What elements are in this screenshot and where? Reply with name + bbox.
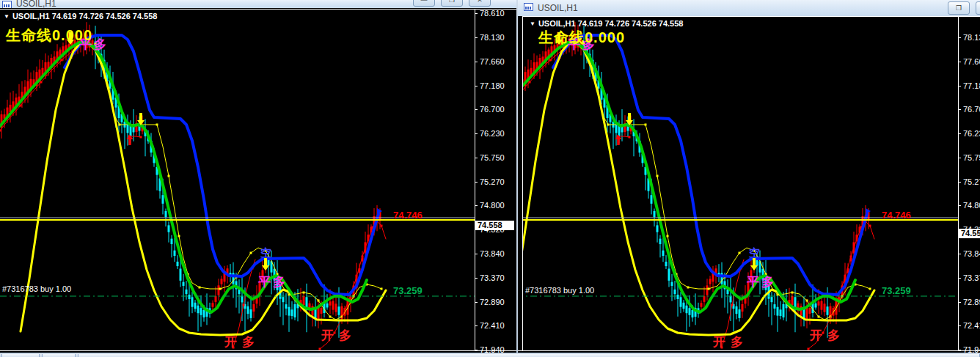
minimized-window-edge[interactable] bbox=[78, 354, 980, 357]
svg-text:73.259: 73.259 bbox=[882, 285, 911, 296]
axis-price-label: 75.750 bbox=[480, 153, 505, 162]
close-button[interactable]: ✕ bbox=[469, 0, 491, 7]
plot-border-top bbox=[0, 9, 516, 10]
axis-price-label: 73.370 bbox=[963, 273, 980, 282]
axis-price-label: 75.270 bbox=[963, 177, 980, 186]
axis-tick bbox=[958, 133, 961, 134]
axis-price-label: 72.410 bbox=[963, 321, 980, 330]
ohlc-info-line: ▼USOIL,H1 74.619 74.726 74.526 74.558 bbox=[530, 19, 683, 28]
axis-price-label: 76.230 bbox=[963, 129, 980, 138]
candlestick-chart-left[interactable]: 平多空平多开多开多74.74673.259 bbox=[0, 9, 475, 350]
candlestick-chart-right[interactable]: 平多空平多开多开多74.74673.259 bbox=[522, 16, 958, 350]
axis-price-label: 72.890 bbox=[480, 298, 505, 306]
current-price-box: 74.558 bbox=[959, 229, 980, 238]
window-title: USOIL,H1 bbox=[538, 3, 578, 13]
axis-price-label: 74.800 bbox=[480, 201, 505, 210]
axis-tick bbox=[475, 133, 478, 134]
chart-window-icon bbox=[524, 3, 533, 11]
axis-price-label: 77.660 bbox=[963, 57, 980, 66]
axis-tick bbox=[958, 158, 961, 158]
price-axis-left[interactable]: 78.61078.13077.66077.18076.70076.23075.7… bbox=[475, 8, 516, 353]
axis-price-label: 75.750 bbox=[963, 153, 980, 162]
plot-border-left bbox=[522, 16, 523, 350]
lifeline-indicator-label: 生命线0.000 bbox=[538, 28, 625, 48]
minimize-button[interactable]: — bbox=[413, 0, 435, 7]
axis-tick bbox=[958, 350, 961, 350]
axis-price-label: 73.370 bbox=[480, 273, 505, 282]
axis-tick bbox=[475, 350, 478, 350]
svg-text:平多: 平多 bbox=[747, 275, 776, 289]
axis-tick bbox=[475, 278, 478, 279]
svg-text:开多: 开多 bbox=[224, 335, 260, 349]
axis-tick bbox=[958, 86, 961, 87]
axis-tick bbox=[475, 254, 478, 254]
axis-tick bbox=[475, 13, 478, 14]
axis-tick bbox=[475, 205, 478, 206]
axis-tick bbox=[475, 182, 478, 183]
axis-price-label: 77.180 bbox=[480, 81, 505, 90]
svg-text:73.259: 73.259 bbox=[393, 285, 423, 296]
axis-price-label: 72.410 bbox=[480, 321, 505, 330]
axis-price-label: 77.660 bbox=[480, 57, 505, 66]
window-titlebar-right[interactable]: USOIL,H1 ❐ ✕ bbox=[518, 0, 980, 17]
ohlc-info-line: ▼USOIL,H1 74.619 74.726 74.526 74.558 bbox=[4, 12, 157, 21]
mdi-workspace: { "windows": { "left": { "title": "USOIL… bbox=[0, 0, 980, 357]
axis-price-label: 73.840 bbox=[963, 249, 980, 258]
axis-tick bbox=[475, 109, 478, 110]
axis-tick bbox=[475, 302, 478, 303]
axis-tick bbox=[958, 325, 961, 326]
axis-price-label: 77.180 bbox=[963, 81, 980, 90]
svg-text:开多: 开多 bbox=[809, 328, 845, 342]
axis-tick bbox=[475, 325, 478, 326]
minimized-windows-strip[interactable] bbox=[0, 353, 980, 357]
open-order-label: #7316783 buy 1.00 bbox=[525, 286, 594, 295]
axis-tick bbox=[475, 158, 478, 158]
plot-border-bottom bbox=[518, 350, 980, 351]
axis-price-label: 76.700 bbox=[480, 105, 505, 114]
svg-text:空: 空 bbox=[749, 246, 760, 259]
plot-border-bottom bbox=[0, 350, 516, 351]
chart-window-right[interactable]: USOIL,H1 ❐ ✕ 平多空平多开多开多74.74673.259 ▼USOI… bbox=[518, 0, 980, 353]
axis-price-label: 72.890 bbox=[963, 298, 980, 306]
price-axis-right[interactable]: 78.13077.66077.18076.70076.23075.75075.2… bbox=[958, 16, 980, 353]
lifeline-indicator-label: 生命线0.000 bbox=[6, 26, 92, 45]
open-order-label: #7316783 buy 1.00 bbox=[2, 284, 71, 293]
restore-button[interactable]: ❐ bbox=[441, 0, 463, 7]
axis-tick bbox=[475, 86, 478, 87]
svg-text:平多: 平多 bbox=[258, 275, 288, 289]
axis-tick bbox=[958, 37, 961, 38]
axis-price-label: 76.230 bbox=[480, 129, 505, 138]
chart-window-left[interactable]: USOIL,H1 — ❐ ✕ 平多空平多开多开多74.74673.259 ▼US… bbox=[0, 0, 516, 353]
axis-price-label: 75.270 bbox=[480, 177, 505, 186]
close-button[interactable]: ✕ bbox=[976, 1, 980, 15]
svg-text:74.746: 74.746 bbox=[882, 210, 911, 221]
axis-price-label: 74.800 bbox=[963, 201, 980, 210]
axis-price-label: 71.940 bbox=[963, 345, 980, 353]
axis-tick bbox=[958, 62, 961, 62]
current-price-box: 74.558 bbox=[475, 221, 514, 230]
axis-tick bbox=[958, 254, 961, 254]
svg-text:74.746: 74.746 bbox=[393, 210, 423, 221]
restore-button[interactable]: ❐ bbox=[948, 1, 970, 15]
chart-canvas-left[interactable]: 平多空平多开多开多74.74673.259 ▼USOIL,H1 74.619 7… bbox=[0, 8, 516, 353]
axis-tick bbox=[958, 278, 961, 279]
axis-price-label: 78.610 bbox=[480, 9, 505, 18]
axis-tick bbox=[958, 302, 961, 303]
svg-text:空: 空 bbox=[260, 246, 271, 259]
axis-tick bbox=[958, 182, 961, 183]
axis-price-label: 73.840 bbox=[480, 249, 505, 258]
svg-text:开多: 开多 bbox=[712, 335, 748, 349]
axis-price-label: 71.940 bbox=[480, 345, 505, 353]
axis-tick bbox=[958, 109, 961, 110]
axis-tick bbox=[958, 205, 961, 206]
minimized-window-edge[interactable] bbox=[1, 354, 40, 357]
symbol-dropdown-icon[interactable]: ▼ bbox=[4, 13, 10, 20]
axis-price-label: 78.130 bbox=[963, 33, 980, 42]
axis-price-label: 76.700 bbox=[963, 105, 980, 114]
axis-tick bbox=[475, 62, 478, 62]
axis-tick bbox=[475, 37, 478, 38]
axis-price-label: 78.130 bbox=[480, 33, 505, 42]
chart-canvas-right[interactable]: 平多空平多开多开多74.74673.259 ▼USOIL,H1 74.619 7… bbox=[518, 16, 980, 353]
symbol-dropdown-icon[interactable]: ▼ bbox=[530, 21, 535, 27]
minimized-window-edge[interactable] bbox=[42, 354, 76, 357]
